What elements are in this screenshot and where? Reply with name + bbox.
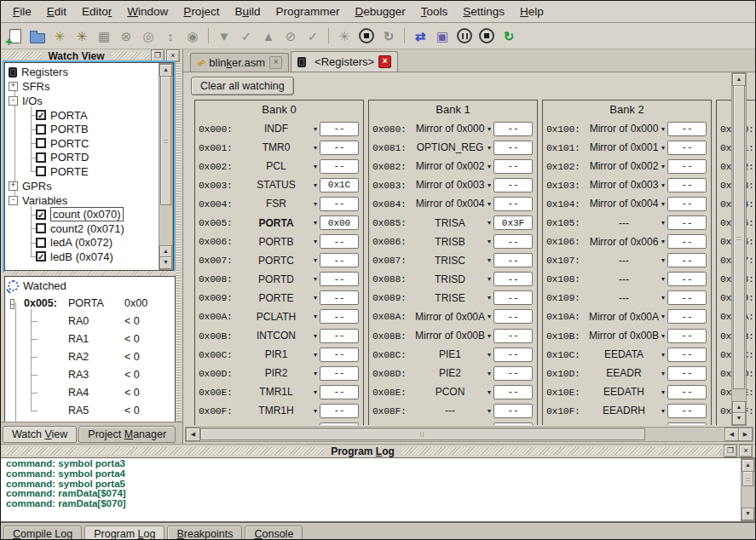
tree-scrollbar[interactable]: ▲ ▲ ▼ — [159, 63, 173, 270]
register-value-field[interactable]: 0x1C — [320, 178, 359, 192]
log-scrollbar[interactable]: ▲ ▼ — [741, 458, 755, 521]
register-value-field[interactable]: -- — [667, 309, 707, 324]
register-name[interactable]: PCON — [415, 386, 485, 398]
watched-bit-row[interactable]: RA0< 0 — [5, 312, 175, 330]
dropdown-arrow-icon[interactable]: ▾ — [659, 332, 667, 340]
dropdown-arrow-icon[interactable]: ▾ — [311, 332, 320, 340]
toolbar-button[interactable] — [454, 26, 475, 46]
dropdown-arrow-icon[interactable]: ▾ — [485, 144, 493, 152]
toolbar-button[interactable]: ✓ — [303, 26, 323, 46]
register-name[interactable]: TRISC — [415, 255, 485, 267]
register-value-field[interactable]: -- — [667, 197, 707, 211]
register-name[interactable]: Mirror of 0x00A — [415, 311, 485, 323]
register-value-field[interactable]: -- — [320, 404, 359, 418]
tree-item-count[interactable]: ✓count (0x070) — [5, 208, 173, 222]
tree-item-portd[interactable]: PORTD — [5, 151, 173, 165]
dropdown-arrow-icon[interactable]: ▾ — [659, 275, 667, 283]
menu-edit[interactable]: Edit — [39, 3, 74, 20]
toolbar-button[interactable]: ▲ — [258, 26, 279, 46]
titlebar-grip[interactable] — [3, 447, 324, 455]
register-value-field[interactable]: -- — [493, 348, 533, 362]
register-value-field[interactable]: -- — [320, 385, 359, 399]
register-name[interactable]: TRISD — [415, 273, 485, 285]
register-name[interactable]: PIR2 — [241, 367, 311, 379]
checkbox-unchecked[interactable] — [36, 124, 46, 135]
toolbar-button[interactable]: ✓ — [236, 26, 257, 46]
register-value-field[interactable]: -- — [667, 290, 707, 305]
scroll-down-button[interactable]: ▼ — [742, 508, 754, 520]
register-name[interactable]: EEDATH — [589, 386, 659, 398]
register-name[interactable]: PCLATH — [241, 311, 311, 323]
menu-debugger[interactable]: Debugger — [347, 3, 413, 20]
close-button[interactable]: × — [166, 49, 180, 62]
checkbox-unchecked[interactable] — [36, 166, 46, 176]
register-name[interactable]: PORTE — [241, 292, 311, 304]
dropdown-arrow-icon[interactable]: ▾ — [311, 388, 320, 396]
tab-close-button[interactable]: × — [269, 56, 282, 69]
register-name[interactable]: EEDATA — [589, 348, 659, 360]
scroll-right-button[interactable]: ▶ — [738, 428, 753, 441]
dropdown-arrow-icon[interactable]: ▾ — [311, 294, 320, 302]
register-name[interactable]: Mirror of 0x004 — [415, 198, 485, 210]
watched-bit-row[interactable]: RA5< 0 — [5, 401, 175, 419]
toolbar-button[interactable] — [476, 26, 497, 46]
register-value-field[interactable]: 0x3F — [493, 215, 533, 230]
register-value-field[interactable]: -- — [493, 385, 533, 399]
dropdown-arrow-icon[interactable]: ▾ — [311, 125, 320, 133]
titlebar-grip[interactable] — [112, 52, 149, 60]
register-name[interactable]: PCL — [241, 160, 311, 172]
dropdown-arrow-icon[interactable]: ▾ — [311, 144, 320, 152]
register-value-field[interactable]: -- — [320, 253, 359, 267]
register-name[interactable]: PIR1 — [241, 348, 311, 360]
register-name[interactable]: Mirror of 0x004 — [589, 198, 659, 210]
expander-icon[interactable]: + — [9, 181, 18, 191]
toolbar-button[interactable]: ▼ — [214, 26, 234, 46]
register-value-field[interactable]: -- — [667, 404, 707, 418]
register-value-field[interactable]: -- — [667, 122, 707, 136]
dropdown-arrow-icon[interactable]: ▾ — [311, 219, 320, 227]
checkbox-checked[interactable]: ✓ — [36, 210, 46, 220]
menu-project[interactable]: Project — [176, 3, 227, 20]
dropdown-arrow-icon[interactable]: ▾ — [311, 163, 320, 170]
register-name[interactable]: TRISE — [415, 292, 485, 304]
scroll-down-button[interactable]: ▼ — [732, 412, 746, 425]
toolbar-button[interactable]: ▦ — [94, 26, 114, 46]
watched-bit-row[interactable]: RA1< 0 — [5, 330, 175, 348]
register-value-field[interactable]: -- — [320, 366, 359, 381]
dropdown-arrow-icon[interactable]: ▾ — [485, 313, 493, 320]
toolbar-button[interactable]: ↻ — [378, 26, 399, 46]
register-name[interactable]: Mirror of 0x000 — [589, 123, 659, 135]
menu-programmer[interactable]: Programmer — [268, 3, 347, 20]
register-value-field[interactable]: -- — [320, 122, 359, 136]
dropdown-arrow-icon[interactable]: ▾ — [659, 163, 667, 170]
menu-help[interactable]: Help — [512, 3, 551, 20]
toolbar-button[interactable]: ⊘ — [280, 26, 301, 46]
register-name[interactable]: PORTD — [241, 273, 311, 285]
dropdown-arrow-icon[interactable]: ▾ — [311, 370, 320, 377]
dock-resize-grip[interactable] — [176, 62, 182, 422]
dropdown-arrow-icon[interactable]: ▾ — [659, 388, 667, 396]
dropdown-arrow-icon[interactable]: ▾ — [311, 200, 320, 208]
dropdown-arrow-icon[interactable]: ▾ — [485, 181, 493, 189]
register-name[interactable]: Mirror of 0x002 — [415, 160, 485, 172]
register-value-field[interactable]: -- — [493, 159, 533, 174]
tab-compile-log[interactable]: Compile Log — [3, 526, 82, 540]
dropdown-arrow-icon[interactable]: ▾ — [485, 294, 493, 302]
toolbar-button[interactable]: ✳ — [334, 26, 355, 46]
tree-root-registers[interactable]: Registers — [5, 65, 173, 79]
toolbar-button[interactable]: ⇄ — [410, 26, 430, 46]
register-value-field[interactable]: -- — [667, 141, 707, 155]
expander-icon[interactable]: - — [10, 299, 14, 309]
dropdown-arrow-icon[interactable]: ▾ — [311, 351, 320, 359]
checkbox-unchecked[interactable] — [36, 138, 46, 148]
register-name[interactable]: TMR1H — [241, 405, 311, 416]
register-value-field[interactable]: -- — [320, 141, 359, 155]
scroll-up-button[interactable]: ▲ — [732, 73, 746, 86]
toolbar-button[interactable]: ↕ — [160, 26, 181, 46]
dropdown-arrow-icon[interactable]: ▾ — [485, 407, 493, 415]
register-value-field[interactable]: -- — [493, 141, 533, 155]
dropdown-arrow-icon[interactable]: ▾ — [659, 294, 667, 302]
register-name[interactable]: INDF — [241, 123, 311, 135]
checkbox-unchecked[interactable] — [36, 152, 46, 163]
registers-vertical-scrollbar[interactable]: ▲ ▲ ▼ — [731, 72, 747, 426]
